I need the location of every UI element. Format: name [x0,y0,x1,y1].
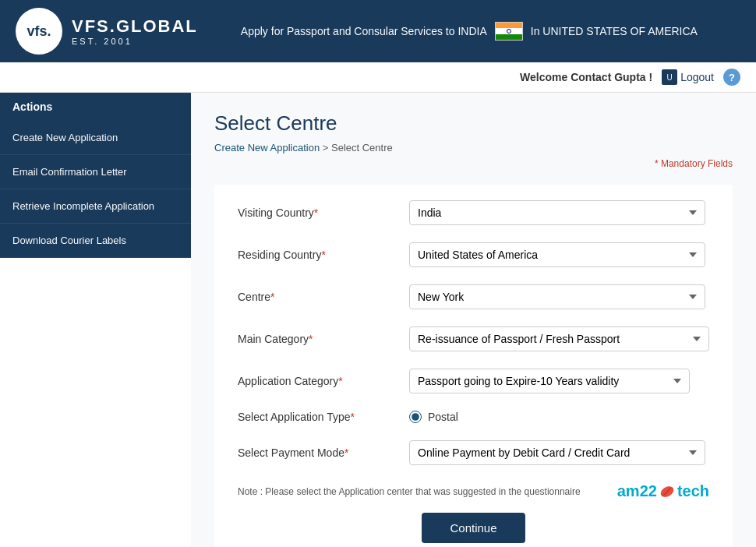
header-country-text: In UNITED STATES OF AMERICA [531,25,698,37]
logo-area: vfs. VFS.GLOBAL EST. 2001 [16,8,198,55]
form-note: Note : Please select the Application cen… [238,486,581,497]
breadcrumb-sep: > [323,142,329,154]
am22-leaf-icon [659,483,676,500]
centre-row: Centre* New York San Francisco Chicago [238,284,709,309]
am22-tech-text: tech [677,482,709,500]
application-type-postal-radio[interactable] [409,411,422,423]
application-type-label: Select Application Type* [238,411,409,423]
india-flag [495,22,523,41]
logo-text: VFS.GLOBAL EST. 2001 [72,16,198,46]
sidebar-item-retrieve[interactable]: Retrieve Incomplete Application [0,189,191,224]
help-icon[interactable]: ? [723,69,740,86]
residing-country-row: Residing Country* United States of Ameri… [238,242,709,267]
page-title: Select Centre [214,111,733,136]
application-type-postal-label: Postal [428,411,458,423]
residing-country-label: Residing Country* [238,249,409,261]
main-category-label: Main Category* [238,333,409,345]
breadcrumb: Create New Application > Select Centre [214,142,733,154]
flag-orange [496,23,522,28]
welcome-message: Welcome Contact Gupta ! [520,71,652,83]
main-layout: Actions Create New Application Email Con… [0,93,756,547]
brand-name: VFS.GLOBAL [72,16,198,37]
application-category-row: Application Category* Passport going to … [238,369,709,393]
breadcrumb-current: Select Centre [331,142,393,154]
visiting-country-row: Visiting Country* India [238,200,709,225]
application-type-row: Select Application Type* Postal [238,411,709,423]
logout-label: Logout [680,71,714,83]
application-category-select[interactable]: Passport going to Expire-10 Years validi… [409,369,690,393]
form-section: Visiting Country* India Residing Country… [214,185,733,547]
note-row: Note : Please select the Application cen… [238,482,709,500]
header-middle: Apply for Passport and Consular Services… [198,22,740,41]
sidebar-item-email[interactable]: Email Confirmation Letter [0,155,191,189]
payment-mode-label: Select Payment Mode* [238,446,409,459]
form-wrapper: Select Centre Create New Application > S… [214,111,733,547]
continue-button[interactable]: Continue [422,513,525,543]
sidebar-item-download[interactable]: Download Courier Labels [0,224,191,258]
main-category-select[interactable]: Re-issuance of Passport / Fresh Passport [409,326,709,351]
logo-vfs-text: vfs. [26,23,51,40]
brand-est: EST. 2001 [72,37,198,46]
mandatory-note: Mandatory Fields [214,158,733,169]
flag-white [496,28,522,34]
flag-ashoka [507,29,511,34]
sidebar: Actions Create New Application Email Con… [0,93,191,547]
am22-text: am22 [617,482,657,500]
residing-country-select[interactable]: United States of America [409,242,705,267]
payment-mode-select[interactable]: Online Payment by Debit Card / Credit Ca… [409,440,705,465]
am22-brand: am22 tech [617,482,709,500]
flag-green [496,34,522,40]
header-service-text: Apply for Passport and Consular Services… [241,25,487,37]
logout-button[interactable]: U Logout [662,69,714,85]
centre-label: Centre* [238,291,409,303]
visiting-country-label: Visiting Country* [238,206,409,219]
centre-select[interactable]: New York San Francisco Chicago [409,284,705,309]
application-type-options: Postal [409,411,458,423]
payment-mode-row: Select Payment Mode* Online Payment by D… [238,440,709,465]
logout-icon: U [662,69,677,85]
breadcrumb-root[interactable]: Create New Application [214,142,320,154]
sidebar-header: Actions [0,93,191,121]
main-category-row: Main Category* Re-issuance of Passport /… [238,326,709,351]
top-bar: Welcome Contact Gupta ! U Logout ? [0,62,756,93]
app-header: vfs. VFS.GLOBAL EST. 2001 Apply for Pass… [0,0,756,62]
logo-circle: vfs. [16,8,62,55]
visiting-country-select[interactable]: India [409,200,705,225]
sidebar-item-create[interactable]: Create New Application [0,121,191,155]
application-category-label: Application Category* [238,375,409,387]
content-area: am22tech.com Select Centre Create New Ap… [191,93,756,547]
